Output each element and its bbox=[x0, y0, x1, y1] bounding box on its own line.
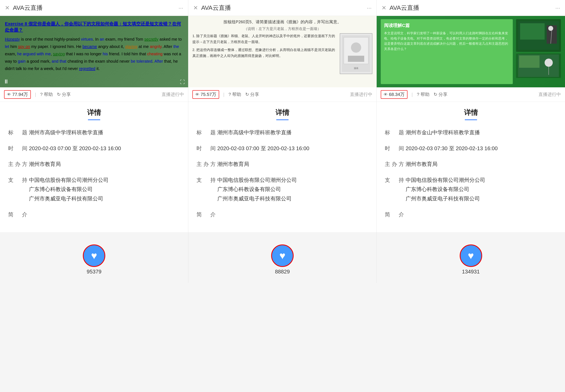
like-button[interactable]: ♥ bbox=[83, 244, 105, 267]
comic-content1: 1. 除了关注标题《措施》和猫、老鼠、人走开时的神态以及手中的笔外，还要抓住漫画… bbox=[193, 33, 336, 45]
live-status: 直播进行中 bbox=[162, 91, 184, 98]
help-icon: ? bbox=[229, 92, 231, 97]
detail-section: 详情 标 题 潮州市高级中学理科班教学直播 时 间 2020-02-03 07:… bbox=[188, 102, 376, 232]
close-icon[interactable]: ✕ bbox=[5, 4, 10, 11]
app-title: AVA云直播 bbox=[13, 4, 179, 12]
close-icon[interactable]: ✕ bbox=[193, 4, 198, 11]
card-2: ✕ AVA云直播 ··· 按核纽P260页5、请简要描述漫画《措施》的内容，并写… bbox=[188, 0, 377, 283]
detail-row-0: 标 题 潮州市金山中学理科班教学直播 bbox=[385, 128, 557, 137]
classroom-preview bbox=[516, 19, 561, 52]
view-count-box: 👁 75.57万 bbox=[193, 90, 219, 99]
detail-label-1: 时 间 bbox=[385, 144, 406, 153]
title-bar: ✕ AVA云直播 ··· bbox=[377, 0, 565, 16]
detail-value-1: 2020-02-03 07:00 至 2020-02-13 16:00 bbox=[29, 144, 180, 153]
like-area: ♥ 134931 bbox=[377, 232, 565, 283]
svg-rect-3 bbox=[348, 56, 364, 62]
close-icon[interactable]: ✕ bbox=[382, 4, 386, 11]
detail-value-3: 中国电信股份有限公司潮州分公司广东博心科教设备有限公司广州市奥威亚电子科技有限公… bbox=[217, 176, 368, 203]
detail-row-0: 标 题 潮州市高级中学理科班教学直播 bbox=[196, 128, 368, 137]
detail-underline bbox=[465, 119, 477, 120]
comic-text-area: 1. 除了关注标题《措施》和猫、老鼠、人走开时的神态以及手中的笔外，还要抓住漫画… bbox=[193, 33, 336, 74]
detail-value-0: 潮州市金山中学理科班教学直播 bbox=[406, 128, 557, 137]
share-icon: ↻ bbox=[434, 92, 437, 97]
app-title: AVA云直播 bbox=[201, 4, 367, 12]
support-value: 广东博心科教设备有限公司 bbox=[406, 185, 557, 194]
help-label: 帮助 bbox=[421, 91, 429, 98]
detail-label-0: 标 题 bbox=[8, 128, 29, 137]
detail-row-2: 主办方 潮州市教育局 bbox=[196, 160, 368, 168]
more-icon[interactable]: ··· bbox=[555, 5, 560, 11]
help-label: 帮助 bbox=[232, 91, 241, 98]
detail-label-3: 支 持 bbox=[196, 176, 217, 184]
play-pause-btn[interactable]: ⏸ bbox=[3, 78, 9, 85]
detail-row-0: 标 题 潮州市高级中学理科班教学直播 bbox=[8, 128, 180, 137]
heart-icon: ♥ bbox=[91, 250, 97, 262]
view-count: 68.34万 bbox=[389, 91, 405, 98]
like-area: ♥ 95379 bbox=[0, 232, 188, 283]
detail-label-3: 支 持 bbox=[8, 176, 29, 184]
support-value: 中国电信股份有限公司潮州分公司 bbox=[217, 176, 368, 184]
more-icon[interactable]: ··· bbox=[179, 5, 183, 11]
title-bar: ✕ AVA云直播 ··· bbox=[188, 0, 376, 16]
like-button[interactable]: ♥ bbox=[460, 244, 482, 267]
detail-label-2: 主办方 bbox=[196, 160, 217, 168]
video-area[interactable]: 阅读理解C篇 本文是说明文，科学家们发明了一种新设备，可以利用人们走路时脚踩在左… bbox=[377, 16, 565, 87]
share-button[interactable]: ↻ 分享 bbox=[57, 91, 71, 98]
slide-content: 本文是说明文，科学家们发明了一种新设备，可以利用人们走路时脚踩在左右科集来发电、… bbox=[384, 31, 510, 51]
support-value: 广州市奥威亚电子科技有限公司 bbox=[29, 195, 180, 203]
svg-rect-6 bbox=[520, 23, 545, 40]
stats-bar: 👁 68.34万 | ? 帮助 ↻ 分享 直播进行中 bbox=[377, 87, 565, 102]
detail-row-4: 简 介 bbox=[196, 210, 368, 219]
share-button[interactable]: ↻ 分享 bbox=[434, 91, 447, 98]
detail-label-0: 标 题 bbox=[196, 128, 217, 137]
share-label: 分享 bbox=[250, 91, 259, 98]
video-area[interactable]: Exercise 8 假定你是命题人，你会用以下的文段如何命题：短文填空还是短文… bbox=[0, 16, 188, 87]
detail-row-2: 主办方 潮州市教育局 bbox=[8, 160, 180, 168]
like-button[interactable]: ♥ bbox=[271, 244, 294, 267]
divider1: | bbox=[223, 92, 224, 97]
detail-value-2: 潮州市教育局 bbox=[29, 160, 180, 168]
support-value: 广东博心科教设备有限公司 bbox=[217, 185, 368, 194]
support-value: 广东博心科教设备有限公司 bbox=[29, 185, 180, 194]
help-button[interactable]: ? 帮助 bbox=[40, 91, 53, 98]
share-icon: ↻ bbox=[245, 92, 249, 97]
detail-label-3: 支 持 bbox=[385, 176, 406, 184]
expand-btn[interactable]: ⛶ bbox=[180, 79, 185, 85]
eye-icon: 👁 bbox=[384, 92, 388, 97]
detail-label-1: 时 间 bbox=[8, 144, 29, 153]
comic-title: 按核纽P260页5、请简要描述漫画《措施》的内容，并写出寓意。 bbox=[193, 19, 372, 25]
eye-icon: 👁 bbox=[7, 92, 11, 97]
support-value: 广州市奥威亚电子科技有限公司 bbox=[406, 195, 557, 203]
detail-value-3: 中国电信股份有限公司潮州分公司广东博心科教设备有限公司广州市奥威亚电子科技有限公… bbox=[406, 176, 557, 203]
live-status: 直播进行中 bbox=[350, 91, 372, 98]
help-icon: ? bbox=[40, 92, 43, 97]
share-button[interactable]: ↻ 分享 bbox=[245, 91, 259, 98]
detail-label-0: 标 题 bbox=[385, 128, 406, 137]
like-area: ♥ 88829 bbox=[188, 232, 376, 283]
detail-label-1: 时 间 bbox=[196, 144, 217, 153]
detail-row-1: 时 间 2020-02-03 07:30 至 2020-02-13 16:00 bbox=[385, 144, 557, 153]
help-button[interactable]: ? 帮助 bbox=[417, 91, 429, 98]
like-button-wrapper: ♥ 134931 bbox=[460, 244, 482, 275]
title-bar: ✕ AVA云直播 ··· bbox=[0, 0, 188, 16]
svg-point-2 bbox=[351, 42, 361, 53]
detail-row-3: 支 持 中国电信股份有限公司潮州分公司广东博心科教设备有限公司广州市奥威亚电子科… bbox=[385, 176, 557, 203]
more-icon[interactable]: ··· bbox=[367, 5, 372, 11]
slide-title: 阅读理解C篇 bbox=[384, 22, 510, 28]
stats-bar: 👁 77.94万 | ? 帮助 ↻ 分享 直播进行中 bbox=[0, 87, 188, 102]
detail-row-1: 时 间 2020-02-03 07:00 至 2020-02-13 16:00 bbox=[8, 144, 180, 153]
detail-value-3: 中国电信股份有限公司潮州分公司广东博心科教设备有限公司广州市奥威亚电子科技有限公… bbox=[29, 176, 180, 203]
like-count: 88829 bbox=[275, 268, 290, 275]
help-button[interactable]: ? 帮助 bbox=[229, 91, 241, 98]
detail-label-2: 主办方 bbox=[8, 160, 29, 168]
app-container: ✕ AVA云直播 ··· Exercise 8 假定你是命题人，你会用以下的文段… bbox=[0, 0, 565, 283]
video-body-text: Honesty is one of the most highly-praise… bbox=[5, 36, 183, 72]
share-label: 分享 bbox=[62, 91, 71, 98]
detail-row-1: 时 间 2020-02-03 07:00 至 2020-02-13 16:00 bbox=[196, 144, 368, 153]
detail-value-0: 潮州市高级中学理科班教学直播 bbox=[217, 128, 368, 137]
video-area[interactable]: 按核纽P260页5、请简要描述漫画《措施》的内容，并写出寓意。 （说明：左下方是… bbox=[188, 16, 376, 87]
detail-underline bbox=[276, 119, 289, 120]
view-count: 75.57万 bbox=[201, 91, 216, 98]
help-icon: ? bbox=[417, 92, 419, 97]
stats-bar: 👁 75.57万 | ? 帮助 ↻ 分享 直播进行中 bbox=[188, 87, 376, 102]
